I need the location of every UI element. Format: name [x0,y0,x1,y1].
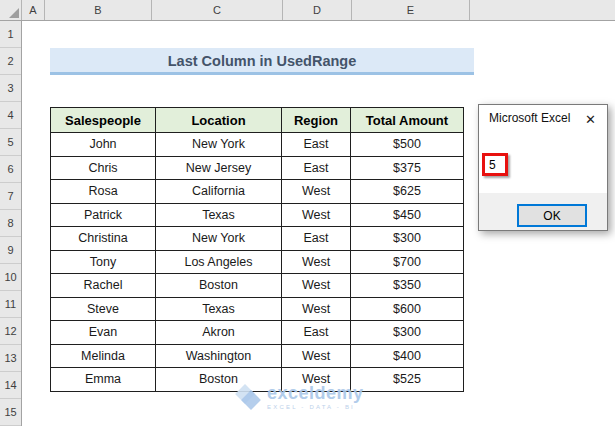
row-header-1[interactable]: 1 [0,21,21,48]
table-cell[interactable]: West [282,344,351,368]
table-row: EmmaBostonWest$525 [51,368,464,392]
table-cell[interactable]: Patrick [51,203,156,227]
table-cell[interactable]: Christina [51,227,156,251]
row-header-2[interactable]: 2 [0,48,21,75]
table-cell[interactable]: $375 [351,156,464,180]
table-cell[interactable]: Rachel [51,274,156,298]
dialog-title: Microsoft Excel [479,111,585,125]
row-header-5[interactable]: 5 [0,129,21,156]
table-cell[interactable]: California [156,180,282,204]
select-all-triangle-icon [9,8,19,18]
column-header-D[interactable]: D [283,0,352,20]
row-header-11[interactable]: 11 [0,291,21,318]
table-cell[interactable]: $500 [351,133,464,157]
column-header-strip: ABCDE [0,0,615,21]
table-header-location[interactable]: Location [156,108,282,133]
table-cell[interactable]: Washington [156,344,282,368]
table-row: SteveTexasWest$600 [51,297,464,321]
table-header-row: SalespeopleLocationRegionTotal Amount [51,108,464,133]
row-header-7[interactable]: 7 [0,183,21,210]
select-all-corner[interactable] [0,0,22,20]
row-header-4[interactable]: 4 [0,102,21,129]
table-cell[interactable]: West [282,203,351,227]
red-highlight-annotation: 5 [482,153,508,176]
table-cell[interactable]: Boston [156,368,282,392]
table-row: MelindaWashingtonWest$400 [51,344,464,368]
table-cell[interactable]: Tony [51,250,156,274]
table-cell[interactable]: East [282,321,351,345]
table-cell[interactable]: East [282,227,351,251]
row-header-9[interactable]: 9 [0,237,21,264]
table-cell[interactable]: $525 [351,368,464,392]
table-cell[interactable]: $300 [351,321,464,345]
table-cell[interactable]: Chris [51,156,156,180]
row-header-15[interactable]: 15 [0,399,21,426]
column-header-E[interactable]: E [352,0,470,20]
table-cell[interactable]: West [282,297,351,321]
data-table: SalespeopleLocationRegionTotal Amount Jo… [50,107,464,392]
table-row: EvanAkronEast$300 [51,321,464,345]
table-row: RosaCaliforniaWest$625 [51,180,464,204]
excel-window: ABCDE 123456789101112131415 Last Column … [0,0,615,426]
table-cell[interactable]: Rosa [51,180,156,204]
table-cell[interactable]: Evan [51,321,156,345]
table-cell[interactable]: Texas [156,203,282,227]
column-header-A[interactable]: A [22,0,45,20]
table-cell[interactable]: New York [156,227,282,251]
table-cell[interactable]: Los Angeles [156,250,282,274]
table-row: PatrickTexasWest$450 [51,203,464,227]
table-cell[interactable]: $350 [351,274,464,298]
table-cell[interactable]: East [282,156,351,180]
table-header-salespeople[interactable]: Salespeople [51,108,156,133]
close-icon[interactable]: ✕ [585,110,607,127]
title-banner-cell[interactable]: Last Column in UsedRange [50,48,474,75]
table-cell[interactable]: $300 [351,227,464,251]
table-cell[interactable]: $450 [351,203,464,227]
table-header-region[interactable]: Region [282,108,351,133]
table-cell[interactable]: New Jersey [156,156,282,180]
row-header-3[interactable]: 3 [0,75,21,102]
table-cell[interactable]: West [282,368,351,392]
msgbox-message: 5 [485,158,496,172]
table-header-total-amount[interactable]: Total Amount [351,108,464,133]
table-row: JohnNew YorkEast$500 [51,133,464,157]
row-header-6[interactable]: 6 [0,156,21,183]
table-row: ChristinaNew YorkEast$300 [51,227,464,251]
table-row: TonyLos AngelesWest$700 [51,250,464,274]
row-header-8[interactable]: 8 [0,210,21,237]
table-cell[interactable]: $400 [351,344,464,368]
dialog-titlebar: Microsoft Excel ✕ [479,105,607,131]
table-cell[interactable]: $700 [351,250,464,274]
ok-button[interactable]: OK [517,204,587,227]
table-cell[interactable]: Steve [51,297,156,321]
table-cell[interactable]: Emma [51,368,156,392]
table-row: ChrisNew JerseyEast$375 [51,156,464,180]
table-cell[interactable]: Melinda [51,344,156,368]
table-row: RachelBostonWest$350 [51,274,464,298]
row-header-strip: 123456789101112131415 [0,21,22,426]
table-cell[interactable]: John [51,133,156,157]
watermark-tagline: EXCEL - DATA - BI [267,404,364,410]
table-cell[interactable]: $600 [351,297,464,321]
row-header-13[interactable]: 13 [0,345,21,372]
table-cell[interactable]: Boston [156,274,282,298]
table-cell[interactable]: New York [156,133,282,157]
table-cell[interactable]: Texas [156,297,282,321]
table-cell[interactable]: West [282,250,351,274]
row-header-14[interactable]: 14 [0,372,21,399]
column-header-B[interactable]: B [45,0,152,20]
table-cell[interactable]: West [282,274,351,298]
column-header-C[interactable]: C [152,0,283,20]
table-cell[interactable]: West [282,180,351,204]
table-cell[interactable]: Akron [156,321,282,345]
row-header-10[interactable]: 10 [0,264,21,291]
row-header-12[interactable]: 12 [0,318,21,345]
table-cell[interactable]: $625 [351,180,464,204]
table-cell[interactable]: East [282,133,351,157]
msgbox-dialog: Microsoft Excel ✕ 5 OK [478,104,608,231]
